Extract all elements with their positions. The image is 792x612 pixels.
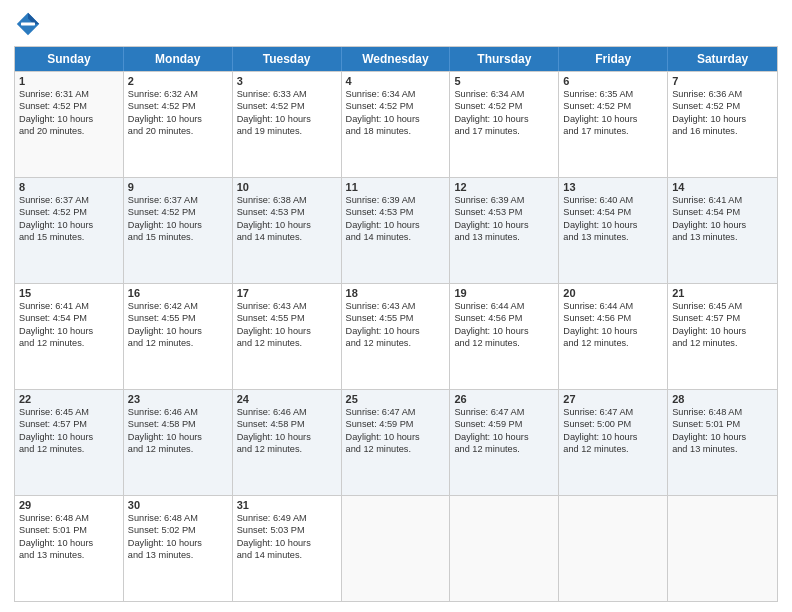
day-number: 20 [563,287,663,299]
cell-line: Sunset: 5:01 PM [672,418,773,430]
cell-line: and 19 minutes. [237,125,337,137]
cell-line: Sunrise: 6:37 AM [19,194,119,206]
cell-line: Sunrise: 6:46 AM [237,406,337,418]
day-number: 29 [19,499,119,511]
cell-line: Daylight: 10 hours [19,537,119,549]
cell-line: Sunset: 4:52 PM [128,100,228,112]
day-number: 25 [346,393,446,405]
cell-line: Sunrise: 6:38 AM [237,194,337,206]
cell-line: Daylight: 10 hours [346,325,446,337]
cell-line: and 13 minutes. [672,231,773,243]
cell-line: and 14 minutes. [346,231,446,243]
cell-line: Sunset: 4:58 PM [128,418,228,430]
day-number: 24 [237,393,337,405]
cell-line: Sunset: 4:53 PM [454,206,554,218]
calendar-cell: 21Sunrise: 6:45 AMSunset: 4:57 PMDayligh… [668,284,777,389]
cell-line: Daylight: 10 hours [128,431,228,443]
calendar-cell: 6Sunrise: 6:35 AMSunset: 4:52 PMDaylight… [559,72,668,177]
cell-line: Sunset: 4:52 PM [346,100,446,112]
calendar-header-cell: Tuesday [233,47,342,71]
cell-line: Daylight: 10 hours [454,113,554,125]
cell-line: and 12 minutes. [563,443,663,455]
cell-line: Sunset: 4:55 PM [128,312,228,324]
cell-line: and 13 minutes. [563,231,663,243]
cell-line: Sunset: 5:02 PM [128,524,228,536]
cell-line: and 12 minutes. [672,337,773,349]
calendar-cell: 11Sunrise: 6:39 AMSunset: 4:53 PMDayligh… [342,178,451,283]
calendar-cell [559,496,668,601]
cell-line: Daylight: 10 hours [672,219,773,231]
cell-line: Sunrise: 6:47 AM [346,406,446,418]
cell-line: Sunrise: 6:41 AM [19,300,119,312]
cell-line: Sunrise: 6:33 AM [237,88,337,100]
cell-line: Daylight: 10 hours [563,219,663,231]
day-number: 30 [128,499,228,511]
calendar-week: 29Sunrise: 6:48 AMSunset: 5:01 PMDayligh… [15,495,777,601]
cell-line: and 12 minutes. [454,337,554,349]
cell-line: Sunrise: 6:34 AM [454,88,554,100]
cell-line: Sunrise: 6:43 AM [237,300,337,312]
cell-line: and 12 minutes. [237,337,337,349]
day-number: 13 [563,181,663,193]
day-number: 5 [454,75,554,87]
calendar-cell: 26Sunrise: 6:47 AMSunset: 4:59 PMDayligh… [450,390,559,495]
cell-line: Sunrise: 6:48 AM [128,512,228,524]
cell-line: Sunset: 4:53 PM [237,206,337,218]
cell-line: and 12 minutes. [346,337,446,349]
cell-line: and 14 minutes. [237,549,337,561]
cell-line: Daylight: 10 hours [454,219,554,231]
cell-line: and 17 minutes. [563,125,663,137]
calendar-header: SundayMondayTuesdayWednesdayThursdayFrid… [15,47,777,71]
day-number: 7 [672,75,773,87]
calendar-header-cell: Wednesday [342,47,451,71]
cell-line: Sunrise: 6:46 AM [128,406,228,418]
calendar-cell: 23Sunrise: 6:46 AMSunset: 4:58 PMDayligh… [124,390,233,495]
day-number: 17 [237,287,337,299]
cell-line: Sunset: 4:54 PM [672,206,773,218]
cell-line: Sunrise: 6:35 AM [563,88,663,100]
cell-line: Sunset: 5:01 PM [19,524,119,536]
day-number: 1 [19,75,119,87]
cell-line: Sunrise: 6:37 AM [128,194,228,206]
cell-line: Sunset: 5:00 PM [563,418,663,430]
calendar-cell: 14Sunrise: 6:41 AMSunset: 4:54 PMDayligh… [668,178,777,283]
calendar-header-cell: Saturday [668,47,777,71]
cell-line: Sunrise: 6:36 AM [672,88,773,100]
cell-line: Daylight: 10 hours [672,431,773,443]
cell-line: and 15 minutes. [128,231,228,243]
cell-line: and 13 minutes. [128,549,228,561]
calendar-week: 8Sunrise: 6:37 AMSunset: 4:52 PMDaylight… [15,177,777,283]
day-number: 26 [454,393,554,405]
cell-line: Sunset: 4:55 PM [346,312,446,324]
calendar-cell: 10Sunrise: 6:38 AMSunset: 4:53 PMDayligh… [233,178,342,283]
cell-line: Daylight: 10 hours [346,113,446,125]
cell-line: Sunset: 4:58 PM [237,418,337,430]
cell-line: Daylight: 10 hours [563,431,663,443]
calendar-cell: 20Sunrise: 6:44 AMSunset: 4:56 PMDayligh… [559,284,668,389]
cell-line: and 15 minutes. [19,231,119,243]
cell-line: and 13 minutes. [672,443,773,455]
calendar-cell: 1Sunrise: 6:31 AMSunset: 4:52 PMDaylight… [15,72,124,177]
cell-line: Sunrise: 6:47 AM [563,406,663,418]
cell-line: Daylight: 10 hours [672,113,773,125]
cell-line: Sunset: 4:57 PM [19,418,119,430]
cell-line: Sunset: 4:52 PM [128,206,228,218]
day-number: 12 [454,181,554,193]
calendar-week: 1Sunrise: 6:31 AMSunset: 4:52 PMDaylight… [15,71,777,177]
cell-line: Daylight: 10 hours [346,219,446,231]
cell-line: Sunset: 4:54 PM [19,312,119,324]
cell-line: Daylight: 10 hours [19,325,119,337]
calendar-cell: 31Sunrise: 6:49 AMSunset: 5:03 PMDayligh… [233,496,342,601]
cell-line: Daylight: 10 hours [19,219,119,231]
cell-line: Sunset: 4:52 PM [19,206,119,218]
calendar-cell: 5Sunrise: 6:34 AMSunset: 4:52 PMDaylight… [450,72,559,177]
svg-rect-2 [21,23,35,26]
cell-line: Sunset: 4:52 PM [672,100,773,112]
cell-line: Daylight: 10 hours [237,537,337,549]
cell-line: and 13 minutes. [454,231,554,243]
day-number: 10 [237,181,337,193]
cell-line: Sunrise: 6:44 AM [454,300,554,312]
cell-line: Sunrise: 6:45 AM [19,406,119,418]
cell-line: Sunset: 4:59 PM [454,418,554,430]
cell-line: and 14 minutes. [237,231,337,243]
